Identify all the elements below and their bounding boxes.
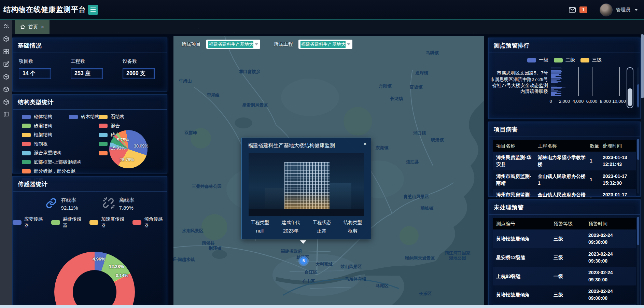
panel-title: 未处理预警 (489, 200, 640, 215)
bar (551, 88, 561, 89)
ranking-scrollbar[interactable] (637, 67, 639, 108)
datazoom-slider[interactable] (627, 67, 633, 108)
table-header: 项目名称工程名称数量处理时间 (493, 140, 636, 152)
sensor-donut-chart: 4.96%12.28%0.14%82.62% (54, 252, 135, 308)
table-header: 测点编号预警等级预警时间 (493, 218, 636, 229)
legend-item[interactable]: 一级 (527, 57, 548, 63)
datazoom-thumb[interactable] (628, 88, 632, 106)
map-place-label: 福建省政府 (281, 249, 302, 254)
map-place-label: 晓澳镇 (431, 138, 444, 143)
gridline (578, 67, 579, 96)
cube-icon[interactable] (3, 99, 9, 105)
category-label: 市属思明区文园路5、7号 (497, 70, 548, 76)
legend-label: 加速度传感器 (101, 216, 128, 228)
map-place-label: 马尾体育馆 (345, 277, 366, 282)
close-icon[interactable]: × (41, 24, 44, 30)
scrollbar-thumb[interactable] (641, 34, 644, 98)
sensor-legend: 应变传感器裂缝传感器加速度传感器倾角传感器 (13, 216, 167, 228)
mail-count-badge[interactable]: 1 (579, 6, 587, 13)
map-place-label: 歪尾峰 (207, 93, 220, 98)
cube-icon[interactable] (3, 36, 9, 42)
legend-item[interactable]: 砌体结构 (22, 114, 52, 120)
modules-icon[interactable] (3, 48, 9, 55)
legend-item[interactable]: 二级 (554, 57, 575, 63)
table-cell: 一级 (554, 273, 588, 280)
legend-label: 框架结构 (34, 132, 52, 138)
panel-title: 基础情况 (13, 38, 167, 53)
project-select[interactable]: 福建省建科生产基地大楼 (206, 40, 260, 49)
chart-data-label: 28.76% (120, 157, 134, 162)
cube-icon[interactable] (3, 74, 9, 80)
map-place-label: 霍口畲族乡 (239, 69, 260, 75)
mail-icon[interactable] (569, 6, 576, 14)
legend-item[interactable]: 砖木结构 (69, 114, 99, 120)
user-name[interactable]: 管理员 (616, 7, 630, 13)
edit-icon[interactable] (3, 61, 9, 67)
popup-info-label: 结构类型 (344, 220, 362, 226)
hamburger-menu-button[interactable] (88, 5, 98, 15)
book-icon[interactable] (3, 112, 9, 118)
gridline (619, 67, 620, 96)
map-place-label: 官坂镇 (410, 85, 423, 90)
legend-item[interactable]: 倾角传感器 (132, 216, 167, 228)
bar (551, 71, 562, 72)
map-place-label: 马磡镇 (426, 51, 439, 56)
table-cell: 2023-02-24 09:30:00 (588, 232, 633, 246)
bar (551, 89, 554, 90)
table-cell: 2023-01-17 15:32:00 (603, 173, 633, 187)
legend-item[interactable]: 裂缝传感器 (51, 216, 86, 228)
table-cell: 1 (590, 176, 603, 183)
building-photo (249, 153, 364, 216)
map-place-label: 青芝山风景区 (403, 194, 429, 200)
bar (551, 70, 561, 71)
axis-tick-label: 8,000 (600, 99, 611, 104)
warnings-scrollbar[interactable] (637, 217, 639, 305)
legend-label: 部分砖混，部分石混 (34, 168, 75, 174)
bar (551, 84, 556, 84)
legend-swatch (99, 142, 108, 146)
legend-label: 混合承重结构 (34, 150, 61, 156)
legend-item[interactable]: 预制板 (22, 141, 48, 147)
tab-home[interactable]: 首页 × (15, 19, 50, 34)
table-cell: 2023-01-13 12:21:43 (603, 154, 633, 168)
legend-item[interactable]: 应变传感器 (13, 216, 47, 228)
cube-icon[interactable] (3, 86, 9, 93)
legend-item[interactable]: 部分砖混，部分石混 (22, 168, 75, 174)
engineering-select[interactable]: 福建省建科生产基地大楼 (298, 40, 352, 49)
legend-swatch (51, 220, 60, 225)
table-cell: 2023-02-24 09:00:00 (588, 288, 633, 302)
disease-scrollbar[interactable] (637, 139, 639, 194)
page-horizontal-scrollbar[interactable] (0, 305, 644, 308)
bar (551, 78, 562, 79)
page-title: 结构物在线健康监测平台 (3, 5, 86, 14)
map-cluster-marker[interactable]: 5 (298, 256, 309, 266)
legend-item[interactable]: 三级 (580, 57, 602, 63)
category-label: 内厝镇侨联楼 (520, 88, 548, 95)
stat-value: 253 座 (71, 68, 103, 79)
avatar[interactable] (600, 3, 613, 16)
online-rate: 在线率 92.11% (45, 197, 78, 211)
legend-label: 三级 (592, 57, 602, 63)
bar (551, 94, 555, 95)
close-icon[interactable]: × (363, 141, 367, 148)
app-header: 结构物在线健康监测平台 1 管理员 (0, 0, 644, 20)
map-canvas[interactable]: 马磡镇通垾镇霍口畲族乡牛姆山官坂镇丹阳镇歪尾峰长龙镇皇帝洞风景区双髻峰浦口镇晓澳… (173, 36, 484, 305)
bar (551, 79, 560, 80)
legend-item[interactable]: 石结构 (99, 114, 125, 120)
legend-item[interactable]: 混合 (99, 123, 120, 129)
legend-item[interactable]: 混合承重结构 (22, 150, 61, 156)
structure-pie-chart: 30.09%28.76%15.93%5.75% (109, 130, 148, 168)
users-icon[interactable] (3, 23, 9, 29)
legend-item[interactable]: 加速度传感器 (89, 216, 128, 228)
legend-item[interactable]: 砖混结构 (22, 123, 52, 129)
map-place-label: 双髻峰 (184, 130, 197, 136)
popup-info-value: null (251, 228, 269, 234)
legend-label: 砖木结构 (81, 114, 99, 120)
legend-item[interactable]: 底部框架-上部砖混结构 (22, 159, 82, 165)
legend-swatch (89, 220, 98, 225)
page-vertical-scrollbar[interactable] (641, 34, 644, 305)
chevron-down-icon[interactable] (634, 9, 638, 11)
map-place-label: 水湖风景区 (182, 228, 204, 234)
legend-item[interactable]: 框架结构 (22, 132, 52, 138)
legend-swatch (22, 160, 31, 164)
